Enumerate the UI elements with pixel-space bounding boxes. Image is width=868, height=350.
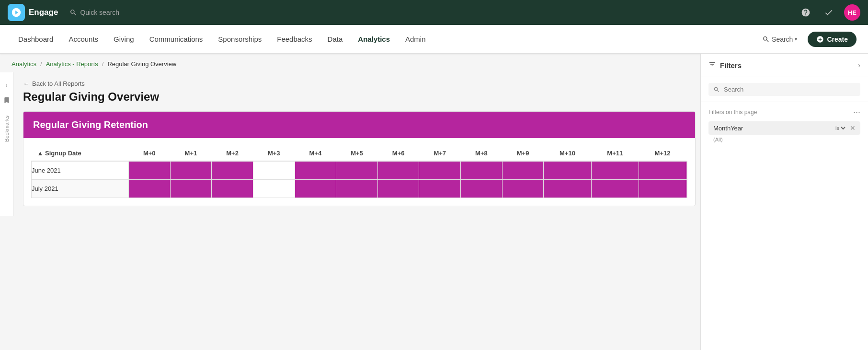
col-m9: M+9 [502, 146, 544, 161]
col-signup-date[interactable]: ▲ Signup Date [32, 146, 129, 161]
filter-icon [708, 60, 716, 70]
help-icon[interactable] [798, 5, 813, 20]
cell-filled [170, 161, 212, 179]
cell-filled [591, 161, 639, 179]
filter-chip-clear[interactable]: ✕ [850, 124, 856, 132]
nav-feedbacks[interactable]: Feedbacks [270, 31, 319, 47]
col-m2: M+2 [212, 146, 253, 161]
nav-analytics[interactable]: Analytics [351, 31, 397, 47]
create-button[interactable]: Create [808, 32, 857, 47]
notifications-icon[interactable] [821, 5, 836, 20]
breadcrumb-sep-2: / [102, 60, 104, 68]
cell-filled [419, 179, 461, 198]
table-row: July 2021 [32, 179, 687, 198]
back-link-label: Back to All Reports [32, 80, 85, 87]
filters-on-page-header: Filters on this page ··· [708, 108, 860, 117]
navbar: Dashboard Accounts Giving Communications… [0, 25, 868, 54]
cell-empty [253, 161, 295, 179]
nav-search-arrow: ▾ [795, 36, 797, 42]
report-header: Regular Giving Retention [23, 112, 695, 138]
report-table: ▲ Signup Date M+0 M+1 M+2 M+3 M+4 M+5 M+… [31, 146, 687, 198]
filter-search-inner [708, 83, 860, 96]
col-m11: M+11 [591, 146, 639, 161]
nav-data[interactable]: Data [321, 31, 350, 47]
report-title: Regular Giving Retention [33, 119, 685, 130]
cell-filled [295, 161, 336, 179]
breadcrumb-sep-1: / [40, 60, 42, 68]
nav-dashboard[interactable]: Dashboard [11, 31, 60, 47]
col-m1: M+1 [170, 146, 212, 161]
nav-sponsorships[interactable]: Sponsorships [211, 31, 268, 47]
cell-filled [212, 161, 253, 179]
report-table-wrapper: ▲ Signup Date M+0 M+1 M+2 M+3 M+4 M+5 M+… [23, 138, 695, 206]
col-m7: M+7 [419, 146, 461, 161]
cell-filled [686, 179, 687, 198]
cell-filled [502, 179, 544, 198]
nav-giving[interactable]: Giving [107, 31, 141, 47]
nav-right: Search ▾ Create [757, 32, 857, 47]
col-signup-date-label: ▲ Signup Date [37, 150, 81, 157]
cell-filled [544, 161, 591, 179]
app-name: Engage [29, 8, 58, 17]
filters-panel: Filters › Filters on this page ··· Month… [700, 54, 868, 216]
filters-on-page: Filters on this page ··· MonthYear is ✕ … [701, 102, 868, 148]
col-m4: M+4 [295, 146, 336, 161]
logo-icon [8, 4, 25, 21]
cell-filled [639, 161, 686, 179]
col-m10: M+10 [544, 146, 591, 161]
filters-collapse-button[interactable]: › [858, 61, 860, 69]
nav-communications[interactable]: Communications [143, 31, 210, 47]
filters-more-button[interactable]: ··· [853, 108, 860, 117]
cell-filled [295, 179, 336, 198]
cell-filled [212, 179, 253, 198]
col-m5: M+5 [336, 146, 378, 161]
quick-search-label: Quick search [80, 9, 119, 16]
cell-filled [461, 179, 503, 198]
cell-filled [128, 161, 170, 179]
cell-filled [128, 179, 170, 198]
breadcrumb-analytics[interactable]: Analytics [11, 60, 36, 68]
breadcrumb-reports[interactable]: Analytics - Reports [46, 60, 98, 68]
cell-filled [639, 179, 686, 198]
col-m6: M+6 [377, 146, 419, 161]
filter-chip-label: MonthYear [713, 125, 831, 132]
sidebar-toggle[interactable]: › [4, 80, 10, 91]
col-m8: M+8 [461, 146, 503, 161]
filters-on-page-label: Filters on this page [708, 109, 757, 116]
filter-search-icon [713, 86, 720, 93]
cell-filled [336, 179, 378, 198]
filter-chip-dropdown[interactable]: is [834, 125, 847, 131]
cell-filled [377, 161, 419, 179]
nav-items: Dashboard Accounts Giving Communications… [11, 31, 757, 47]
table-header-row: ▲ Signup Date M+0 M+1 M+2 M+3 M+4 M+5 M+… [32, 146, 687, 161]
bookmark-icon[interactable] [3, 96, 11, 106]
cell-filled [336, 161, 378, 179]
row-label: June 2021 [32, 161, 129, 179]
filter-search-input[interactable] [724, 86, 856, 93]
quick-search[interactable]: Quick search [69, 9, 119, 16]
breadcrumb-current: Regular Giving Overview [107, 60, 176, 68]
cell-filled [544, 179, 591, 198]
cell-empty [253, 179, 295, 198]
nav-search-label: Search [772, 35, 793, 43]
cell-filled [686, 161, 687, 179]
nav-accounts[interactable]: Accounts [62, 31, 105, 47]
report-section: Regular Giving Retention ▲ Signup Date M… [23, 111, 696, 206]
cell-filled [591, 179, 639, 198]
cell-filled [170, 179, 212, 198]
nav-admin[interactable]: Admin [399, 31, 433, 47]
col-m3: M+3 [253, 146, 295, 161]
avatar[interactable]: HE [844, 4, 860, 21]
table-row: June 2021 [32, 161, 687, 179]
cell-filled [377, 179, 419, 198]
app-logo[interactable]: Engage [8, 4, 58, 21]
filters-title-row: Filters [708, 60, 742, 70]
create-button-label: Create [827, 35, 848, 43]
back-arrow: ← [23, 80, 29, 87]
topbar: Engage Quick search HE [0, 0, 868, 25]
filter-chip-value: (All) [708, 135, 860, 142]
filter-search-box [701, 77, 868, 102]
cell-filled [502, 161, 544, 179]
cell-filled [461, 161, 503, 179]
nav-search[interactable]: Search ▾ [757, 33, 802, 46]
